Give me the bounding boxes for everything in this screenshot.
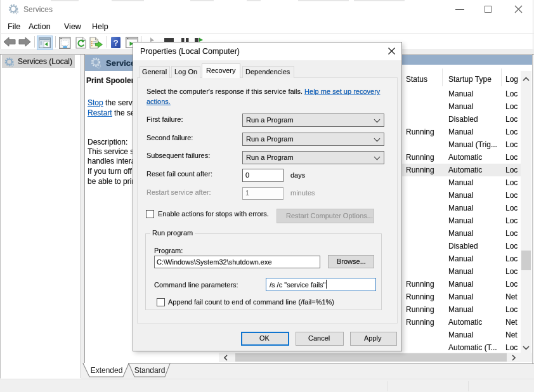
svg-text:?: ? xyxy=(113,38,118,48)
svg-text:Extended: Extended xyxy=(91,366,123,375)
svg-text:Standard: Standard xyxy=(134,366,166,375)
